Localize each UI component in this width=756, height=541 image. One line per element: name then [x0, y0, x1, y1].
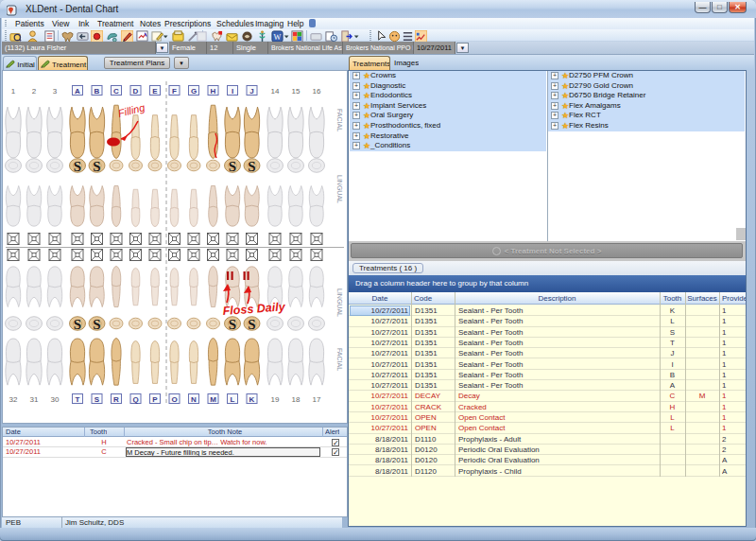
svg-text:30: 30	[51, 395, 60, 404]
svg-text:S: S	[248, 317, 255, 332]
svg-text:17: 17	[313, 395, 321, 404]
svg-text:S: S	[93, 159, 100, 174]
svg-text:FACIAL: FACIAL	[336, 109, 343, 131]
svg-text:18: 18	[292, 395, 301, 404]
svg-text:E: E	[152, 87, 158, 96]
svg-text:C: C	[113, 87, 119, 96]
svg-text:F: F	[172, 87, 177, 96]
svg-text:LINGUAL: LINGUAL	[336, 288, 343, 317]
svg-text:Floss Daily: Floss Daily	[222, 300, 286, 318]
svg-text:O: O	[171, 395, 177, 404]
svg-text:S: S	[229, 159, 236, 174]
svg-text:16: 16	[313, 87, 321, 96]
svg-text:D: D	[133, 87, 139, 96]
svg-text:L: L	[231, 395, 235, 404]
svg-text:R: R	[113, 395, 119, 404]
svg-text:1: 1	[11, 87, 16, 96]
svg-text:M: M	[210, 395, 216, 404]
svg-text:Filling: Filling	[117, 101, 147, 119]
svg-text:31: 31	[30, 395, 39, 404]
svg-text:I: I	[232, 87, 233, 96]
svg-text:S: S	[74, 317, 81, 332]
svg-text:15: 15	[292, 87, 301, 96]
svg-text:S: S	[229, 317, 236, 332]
svg-text:N: N	[191, 395, 197, 404]
svg-text:3: 3	[53, 87, 58, 96]
svg-text:LINGUAL: LINGUAL	[336, 175, 343, 203]
svg-text:S: S	[94, 395, 100, 404]
svg-text:32: 32	[9, 395, 18, 404]
svg-text:G: G	[191, 87, 197, 96]
svg-text:T: T	[76, 395, 80, 404]
svg-text:J: J	[249, 87, 253, 96]
svg-text:P: P	[152, 395, 158, 404]
svg-text:14: 14	[271, 87, 280, 96]
svg-text:S: S	[74, 159, 81, 174]
svg-text:Q: Q	[132, 395, 138, 404]
svg-text:2: 2	[32, 87, 37, 96]
svg-text:S: S	[248, 159, 255, 174]
svg-text:H: H	[211, 87, 216, 96]
svg-text:19: 19	[271, 395, 280, 404]
svg-text:FACIAL: FACIAL	[336, 348, 343, 371]
svg-text:K: K	[249, 395, 255, 404]
svg-text:B: B	[94, 87, 100, 96]
svg-text:A: A	[75, 87, 80, 96]
svg-text:S: S	[93, 317, 100, 332]
